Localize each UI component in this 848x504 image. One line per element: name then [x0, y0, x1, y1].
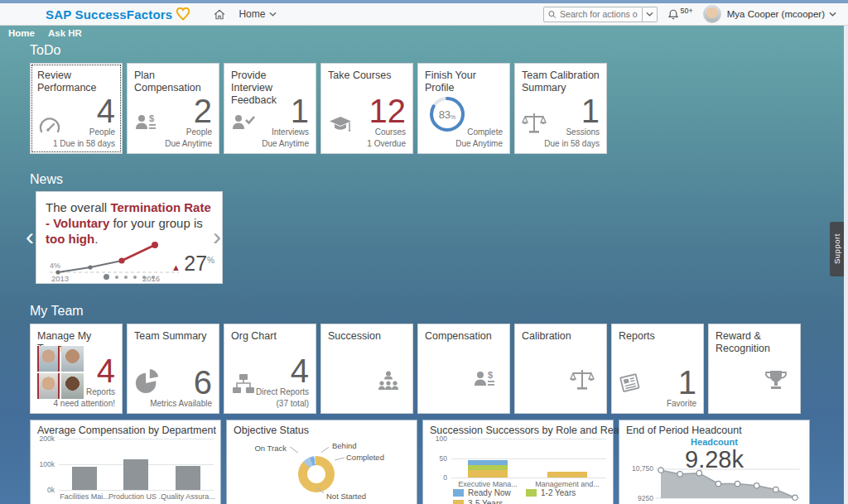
team-card-compensation[interactable]: Compensation $ [417, 324, 510, 414]
chart-title: End of Period Headcount [619, 420, 809, 436]
gridline [451, 439, 606, 439]
person-dollar-icon: $ [473, 369, 498, 391]
chevron-down-icon [269, 12, 277, 17]
card-value: 4 [53, 95, 115, 127]
carousel-dot[interactable] [104, 274, 109, 280]
trophy-icon [764, 369, 788, 391]
chart-card-headcount[interactable]: End of Period Headcount Headcount 9.28k … [619, 420, 810, 504]
card-value: 4 [256, 355, 309, 386]
scales-icon [570, 368, 595, 391]
legend-item: 3-5 Years [453, 499, 526, 504]
team-card-reward-recognition[interactable]: Reward & Recognition [708, 324, 801, 414]
y-tick-label: 0k [37, 486, 55, 494]
stacked-bar-segment [468, 470, 508, 478]
carousel-dot[interactable] [115, 276, 118, 279]
card-unit: People [53, 127, 115, 138]
bell-icon [667, 8, 679, 21]
user-avatar[interactable] [703, 5, 721, 23]
chart-card-objective-status[interactable]: Objective Status On Track Behind Complet… [226, 420, 417, 504]
scales-icon [522, 112, 547, 135]
sap-successfactors-logo: SAP SuccessFactors [46, 7, 172, 22]
news-card[interactable]: The overall Termination Rate - Voluntary… [36, 191, 223, 284]
people-group-icon [376, 370, 401, 391]
search-input[interactable] [560, 9, 638, 19]
bar [176, 466, 200, 490]
card-value: 1 [667, 367, 696, 398]
team-card-succession[interactable]: Succession [320, 324, 413, 414]
y-tick-label: 0 [430, 473, 447, 482]
scrollbar[interactable] [844, 26, 848, 504]
card-due: (37 total) [256, 398, 309, 410]
card-footer: 4 People 1 Due in 58 days [53, 95, 115, 149]
card-unit: Complete [455, 127, 503, 138]
analytics-charts-row: Average Compensation by Department 200k1… [30, 420, 807, 504]
gridline [451, 478, 606, 478]
card-value: 1 [262, 95, 309, 127]
svg-text:$: $ [149, 113, 154, 123]
news-message: The overall Termination Rate - Voluntary… [36, 192, 222, 247]
legend-item: Ready Now [453, 488, 526, 497]
chart-card-average-compensation[interactable]: Average Compensation by Department 200k1… [30, 420, 221, 504]
support-tab[interactable]: Support [830, 222, 844, 276]
succession-chart-body: Ready Now1-2 Years3-5 Years 100500Execut… [430, 437, 606, 504]
headcount-body: Headcount 9.28k 10,750 9250 [626, 437, 802, 504]
card-value: 12 [367, 95, 406, 127]
todo-card-review-performance[interactable]: Review Performance 4 People 1 Due in 58 … [30, 63, 123, 154]
todo-card-team-calibration-summary[interactable]: Team Calibration Summary 1 Sessions Due … [514, 63, 607, 154]
team-card-manage-my-team[interactable]: Manage My Team 4 Reports 4 need attentio… [30, 324, 123, 414]
tab-home[interactable]: Home [8, 28, 35, 38]
carousel-dot[interactable] [133, 276, 137, 279]
heart-logo-icon [176, 7, 190, 21]
carousel-previous-button[interactable]: ‹ [26, 224, 34, 249]
todo-section-title: ToDo [30, 43, 807, 58]
bar [72, 467, 97, 490]
sparkline-baseline-label: 4% [50, 262, 60, 270]
legend-label: Ready Now [468, 488, 511, 497]
card-title: Succession [321, 324, 412, 343]
home-menu-label: Home [238, 8, 265, 20]
x-tick-label: Production US ... [108, 492, 163, 501]
legend-swatch [453, 489, 464, 497]
card-footer: 1 Interviews Due Anytime [262, 95, 309, 149]
chart-card-succession-successors[interactable]: Succession Successors by Role and Readin… [422, 420, 614, 504]
gridline [59, 490, 214, 491]
headcount-plot [656, 467, 800, 504]
card-value: 6 [150, 367, 212, 398]
todo-card-provide-interview-feedback[interactable]: Provide Interview Feedback 1 Interviews … [224, 63, 316, 154]
notifications-button[interactable]: 50+ [667, 8, 692, 21]
search-scope-dropdown[interactable] [643, 7, 658, 22]
carousel-dot[interactable] [142, 276, 146, 279]
team-card-org-chart[interactable]: Org Chart 4 Direct Reports (37 total) [224, 324, 316, 414]
stacked-bar-segment [468, 460, 508, 465]
user-menu[interactable]: Mya Cooper (mcooper) [727, 9, 836, 19]
todo-card-finish-your-profile[interactable]: Finish Your Profile 83% Complete Due Any… [417, 63, 510, 154]
legend-swatch [526, 489, 537, 497]
card-footer: 6 Metrics Available [150, 367, 212, 410]
home-menu-dropdown[interactable]: Home [238, 8, 277, 20]
card-title: Plan Compensation [128, 64, 219, 94]
news-pagination-dots [104, 274, 155, 280]
team-card-team-summary[interactable]: Team Summary 6 Metrics Available [127, 324, 219, 414]
app-header: SAP SuccessFactors Home 50+ My [0, 3, 848, 26]
card-footer: 1 Favorite [667, 367, 696, 410]
todo-card-take-courses[interactable]: Take Courses 12 Courses 1 Overdue [320, 63, 413, 154]
card-title: Finish Your Profile [418, 64, 509, 94]
carousel-dot[interactable] [124, 276, 128, 279]
graduation-cap-icon [328, 114, 353, 135]
team-card-reports[interactable]: Reports 1 Favorite [611, 324, 704, 414]
org-chart-icon [231, 372, 256, 395]
card-title: Org Chart [224, 324, 316, 343]
tab-ask-hr[interactable]: Ask HR [48, 28, 82, 38]
search-box [543, 7, 643, 22]
todo-card-plan-compensation[interactable]: Plan Compensation $ 2 People Due Anytime [127, 63, 219, 154]
carousel-dot[interactable] [152, 276, 155, 279]
y-tick-label: 200k [37, 434, 55, 443]
chevron-down-icon [646, 12, 653, 17]
team-card-calibration[interactable]: Calibration [514, 324, 607, 414]
card-value: 1 [544, 95, 600, 127]
headcount-area-chart [656, 467, 800, 502]
carousel-next-button[interactable]: › [213, 224, 221, 249]
leader-line [321, 447, 330, 453]
person-dollar-icon: $ [134, 113, 159, 135]
home-icon[interactable] [214, 9, 225, 20]
